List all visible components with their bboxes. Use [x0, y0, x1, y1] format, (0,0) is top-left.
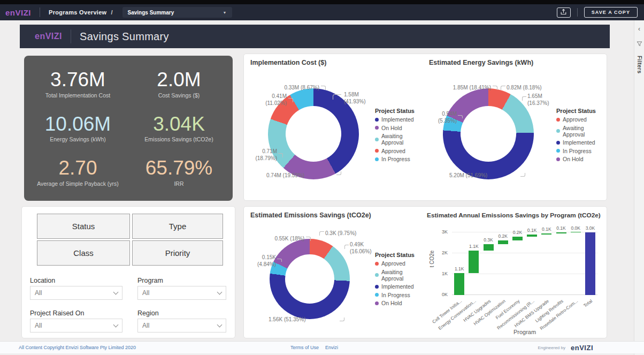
- legend-item[interactable]: Approved: [375, 148, 423, 154]
- legend-dot-icon: [375, 157, 379, 161]
- legend-label: Awaiting Approval: [381, 133, 423, 146]
- waterfall-bar[interactable]: [541, 233, 551, 235]
- data-label: 5.20M (51.69%): [449, 172, 487, 179]
- emissions-by-program-chart: Estimated Annual Emissions Savings by Pr…: [423, 207, 607, 338]
- donut-hole: [286, 106, 341, 162]
- legend-item[interactable]: Awaiting Approval: [556, 125, 607, 138]
- filters-rail-label: Filters: [637, 56, 642, 74]
- terms-of-use-link[interactable]: Terms of Use: [290, 345, 319, 350]
- project-raised-on-dropdown[interactable]: All: [30, 319, 122, 333]
- legend-label: In Progress: [381, 292, 410, 298]
- nav-divider: [577, 8, 578, 17]
- legend-item[interactable]: Approved: [375, 260, 423, 267]
- y-axis-title: t CO2e: [429, 251, 435, 268]
- dropdown-label: Project Raised On: [30, 309, 84, 317]
- x-axis-category-label: Total: [582, 298, 593, 308]
- legend-label: In Progress: [563, 148, 592, 154]
- waterfall-bar[interactable]: [454, 273, 464, 295]
- energy-savings-donut[interactable]: [443, 88, 534, 179]
- callout-leader-line: [278, 153, 283, 157]
- kpi-irr: 65.79% IRR: [128, 150, 229, 194]
- waterfall-bar[interactable]: [469, 251, 479, 273]
- legend-item[interactable]: Implemented: [375, 283, 423, 290]
- dropdown-value: All: [142, 289, 149, 297]
- kpi-value: 10.06M: [45, 114, 111, 135]
- slicer-button-type[interactable]: Type: [132, 214, 223, 239]
- kpi-value: 3.76M: [50, 70, 105, 90]
- chevron-left-icon[interactable]: ‹: [638, 26, 640, 32]
- program-dropdown[interactable]: All: [137, 286, 226, 300]
- chevron-down-icon: [113, 322, 119, 327]
- callout-leader-line: [344, 245, 349, 249]
- waterfall-bar[interactable]: [571, 232, 581, 233]
- y-axis-tick: 2K: [442, 250, 448, 255]
- legend-item[interactable]: In Progress: [375, 156, 423, 162]
- save-a-copy-button[interactable]: SAVE A COPY: [584, 7, 638, 18]
- report-selector-value: Savings Summary: [128, 10, 174, 16]
- data-label: 0.54M (5.35%): [425, 111, 457, 124]
- slicer-button-class[interactable]: Class: [37, 240, 130, 266]
- legend-dot-icon: [375, 126, 379, 130]
- chevron-down-icon: [113, 289, 119, 294]
- data-label: 1.65M (16.37%): [527, 93, 559, 107]
- waterfall-bar[interactable]: [585, 232, 595, 295]
- emissions-savings-donut[interactable]: [270, 239, 350, 319]
- envizi-link[interactable]: Envizi: [325, 345, 338, 350]
- waterfall-bar[interactable]: [527, 235, 537, 237]
- filters-pane-collapsed[interactable]: ‹ Filters: [634, 20, 644, 355]
- envizi-logo: enVIZI: [35, 32, 62, 41]
- legend-item[interactable]: In Progress: [375, 292, 423, 298]
- callout-leader-line: [336, 171, 341, 175]
- legend-title: Project Status: [375, 252, 423, 258]
- legend-item[interactable]: On Hold: [375, 125, 423, 131]
- waterfall-bar[interactable]: [484, 244, 494, 251]
- data-label: 0.15K (4.84%): [244, 254, 276, 268]
- filters-card: Status Type Class Priority Location All …: [21, 206, 235, 338]
- save-button[interactable]: [557, 7, 571, 18]
- legend-dot-icon: [375, 273, 379, 277]
- slicer-button-priority[interactable]: Priority: [132, 240, 223, 266]
- bottom-charts-card: Estimated Emissions Savings (tCO2e) 0.55…: [243, 206, 607, 338]
- legend-label: On Hold: [563, 156, 584, 162]
- legend-dot-icon: [375, 138, 379, 141]
- waterfall-bar[interactable]: [498, 240, 508, 244]
- legend-item[interactable]: Approved: [556, 116, 607, 123]
- callout-leader-line: [493, 86, 497, 90]
- legend-item[interactable]: Awaiting Approval: [375, 133, 423, 146]
- legend-label: Approved: [563, 116, 587, 123]
- legend-item[interactable]: Implemented: [556, 139, 607, 146]
- region-dropdown[interactable]: All: [137, 319, 226, 333]
- location-dropdown[interactable]: All: [30, 286, 122, 300]
- kpi-cost-savings: 2.0M Cost Savings ($): [128, 62, 229, 106]
- waterfall-bar[interactable]: [556, 232, 566, 233]
- donut-hole: [461, 106, 516, 162]
- report-selector-dropdown[interactable]: Savings Summary ▼: [122, 7, 232, 18]
- y-axis-tick: 3K: [442, 229, 448, 235]
- legend-item[interactable]: Awaiting Approval: [375, 269, 423, 282]
- legend-label: Approved: [381, 260, 405, 267]
- legend-dot-icon: [556, 141, 560, 145]
- legend-label: Approved: [381, 148, 405, 154]
- legend-dot-icon: [375, 262, 379, 266]
- legend-item[interactable]: On Hold: [375, 300, 423, 306]
- kpi-label: Average of Simple Payback (yrs): [37, 180, 119, 187]
- data-label: 0.74M (19.59%): [266, 172, 304, 179]
- engineered-by-text: Engineered by: [538, 345, 565, 350]
- legend-label: On Hold: [381, 300, 402, 306]
- legend-label: Implemented: [381, 283, 414, 290]
- data-label: 0.55K (18%): [252, 236, 304, 243]
- kpi-label: Cost Savings ($): [158, 92, 200, 99]
- legend-item[interactable]: On Hold: [556, 156, 607, 162]
- legend-dot-icon: [375, 293, 379, 297]
- callout-leader-line: [458, 115, 463, 118]
- callout-leader-line: [522, 96, 526, 101]
- slicer-button-status[interactable]: Status: [37, 214, 130, 239]
- waterfall-bar[interactable]: [512, 237, 523, 240]
- legend-item[interactable]: Implemented: [375, 116, 423, 123]
- legend-dot-icon: [556, 129, 560, 133]
- legend-item[interactable]: In Progress: [556, 148, 607, 154]
- kpi-value: 65.79%: [145, 158, 213, 179]
- breadcrumb[interactable]: Programs Overview: [49, 9, 106, 16]
- chart-title: Estimated Emissions Savings (tCO2e): [250, 212, 371, 219]
- header-divider: [71, 29, 71, 43]
